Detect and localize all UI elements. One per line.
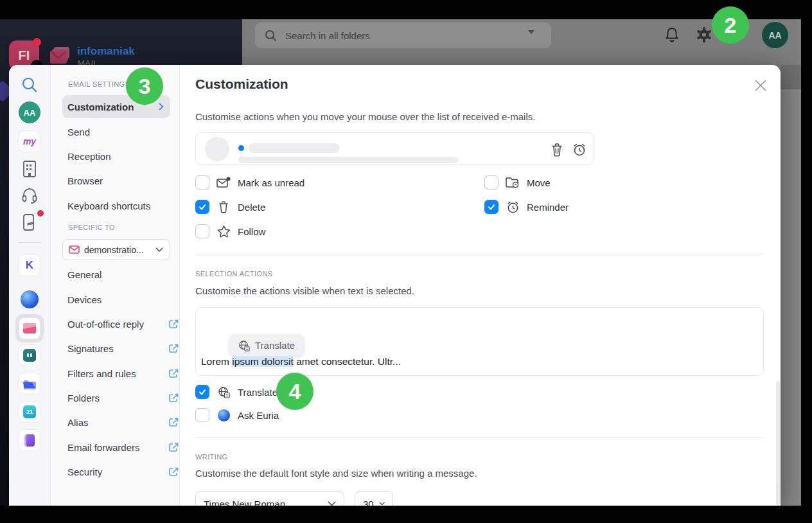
checkbox[interactable] — [195, 200, 209, 214]
checkbox-label: Move — [527, 177, 551, 188]
checkbox[interactable] — [195, 385, 209, 399]
nav-item-devices[interactable]: Devices — [67, 292, 102, 307]
alarm-icon — [572, 143, 587, 157]
ksuite-icon[interactable]: K — [19, 254, 40, 276]
settings-gear-icon[interactable] — [696, 26, 712, 43]
nav-item-label: Devices — [67, 294, 102, 305]
external-link-icon — [169, 443, 179, 452]
selection-preview: Translate Lorem ipsum dolorsit amet cons… — [195, 307, 764, 376]
avatar-placeholder — [205, 137, 229, 161]
kdrive-folder-icon[interactable] — [19, 373, 40, 394]
nav-item-security[interactable]: Security — [67, 464, 102, 479]
nav-section-email-settings: EMAIL SETTINGS — [68, 80, 130, 88]
hover-actions-description: Customise actions when you move your mou… — [195, 111, 535, 122]
chevron-right-icon — [159, 103, 164, 111]
notification-dot — [37, 210, 44, 217]
selection-actions-description: Customise the actions visible when text … — [195, 285, 414, 296]
checkbox-row-translate: Translate — [195, 384, 278, 400]
nav-item-signatures[interactable]: Signatures — [67, 341, 114, 356]
external-link-icon — [169, 418, 179, 427]
nav-item-label: Send — [67, 127, 90, 137]
settings-overlay-panel: AA my K — [9, 65, 781, 506]
checkbox[interactable] — [484, 200, 499, 214]
nav-item-email-forwarders[interactable]: Email forwarders — [67, 439, 140, 455]
translate-icon — [238, 340, 250, 351]
user-avatar[interactable]: AA — [762, 22, 788, 48]
checkbox[interactable] — [195, 224, 209, 238]
chevron-down-icon — [155, 247, 163, 253]
dimmed-list-strip — [781, 89, 801, 506]
nav-item-label: Alias — [67, 417, 89, 428]
checkbox[interactable] — [484, 175, 499, 190]
trash-icon — [551, 143, 563, 157]
app-rail: AA my K — [9, 65, 51, 506]
nav-item-general[interactable]: General — [67, 267, 102, 282]
calendar-icon[interactable]: 21 — [19, 401, 40, 423]
nav-item-label: Folders — [67, 393, 100, 403]
my-infomaniak-icon[interactable]: my — [19, 130, 40, 152]
checkbox[interactable] — [195, 408, 209, 422]
nav-item-keyboard-shortcuts[interactable]: Keyboard shortcuts — [67, 198, 150, 213]
settings-nav: EMAIL SETTINGS Customization Send Recept… — [51, 65, 180, 506]
envelope-icon — [69, 245, 80, 254]
section-divider — [195, 437, 764, 438]
account-selector[interactable]: demonstratio... — [62, 239, 170, 260]
nav-item-out-of-office-reply[interactable]: Out-of-office reply — [67, 316, 144, 332]
mail-app-icon[interactable] — [19, 317, 40, 339]
organization-building-icon[interactable] — [21, 160, 38, 178]
selected-text: ipsum dolorsit — [232, 356, 294, 367]
nav-item-filters-and-rules[interactable]: Filters and rules — [67, 366, 136, 381]
search-icon[interactable] — [21, 76, 38, 93]
calendar-day-glyph: 21 — [23, 405, 36, 418]
trash-icon — [216, 200, 231, 214]
skeleton-bar — [249, 143, 340, 153]
mail-cube-glyph — [23, 323, 36, 333]
dimmed-toolbar-strip — [781, 65, 801, 89]
support-headset-icon[interactable] — [21, 187, 38, 204]
account-selector-value: demonstratio... — [84, 245, 151, 255]
writing-description: Customise the default font style and siz… — [195, 468, 477, 479]
translate-icon — [216, 385, 231, 399]
nav-item-send[interactable]: Send — [67, 124, 90, 139]
checkbox-label: Mark as unread — [238, 177, 304, 188]
external-link-icon — [169, 393, 179, 403]
step-badge-4: 4 — [276, 373, 313, 410]
selection-actions-section-label: SELECTION ACTIONS — [195, 270, 273, 278]
checkbox-row-move: Move — [484, 175, 551, 190]
external-link-icon — [169, 369, 179, 378]
euria-ai-icon[interactable] — [21, 290, 39, 308]
translate-chip-label: Translate — [255, 340, 295, 351]
ksuite-label: K — [26, 259, 33, 272]
user-avatar-initials: AA — [768, 30, 781, 40]
checkbox[interactable] — [195, 175, 209, 190]
rail-user-avatar[interactable]: AA — [19, 102, 40, 123]
search-input[interactable]: Search in all folders — [255, 22, 551, 48]
external-link-icon — [169, 467, 179, 477]
envelope-unread-icon — [216, 175, 231, 190]
nav-item-label: Browser — [67, 175, 103, 186]
search-scope-chevron-icon[interactable] — [527, 30, 535, 35]
notifications-bell-icon[interactable] — [664, 26, 680, 43]
checkbox-label: Translate — [238, 387, 278, 398]
star-icon — [216, 224, 231, 238]
close-icon[interactable] — [753, 78, 768, 93]
nav-item-folders[interactable]: Folders — [67, 390, 100, 405]
frame-bar — [801, 0, 812, 523]
nav-item-label: Signatures — [67, 343, 114, 354]
nav-item-browser[interactable]: Browser — [67, 173, 103, 188]
contacts-book-icon[interactable] — [19, 429, 40, 451]
search-placeholder: Search in all folders — [285, 30, 370, 41]
frame-bar — [0, 0, 812, 19]
checkbox-row-reminder: Reminder — [484, 199, 569, 215]
kchat-icon[interactable] — [19, 344, 40, 366]
translate-chip-button[interactable]: Translate — [229, 335, 304, 356]
external-link-icon — [169, 319, 179, 329]
device-sync-icon[interactable] — [22, 213, 37, 231]
rail-avatar-initials: AA — [24, 108, 36, 118]
euria-orb-icon — [216, 408, 231, 422]
kchat-glyph — [23, 349, 36, 362]
nav-item-reception[interactable]: Reception — [67, 148, 111, 164]
scrollbar-thumb[interactable] — [776, 381, 780, 506]
nav-item-label: General — [67, 269, 102, 280]
nav-item-alias[interactable]: Alias — [67, 414, 89, 430]
